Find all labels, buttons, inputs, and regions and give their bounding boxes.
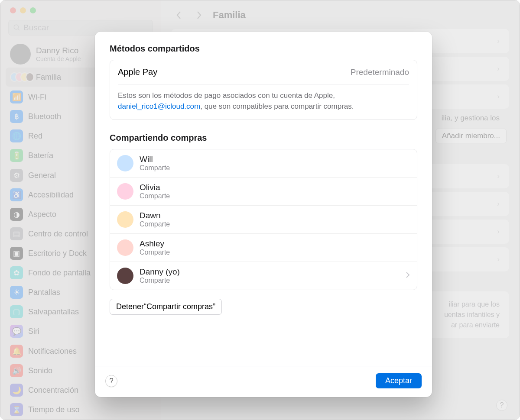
member-status: Comparte: [140, 277, 180, 284]
stop-sharing-button[interactable]: Detener“Compartir compras”: [110, 299, 222, 315]
member-status: Comparte: [140, 192, 170, 200]
payment-method-name: Apple Pay: [118, 67, 157, 77]
member-avatar: [117, 155, 133, 171]
account-email-link[interactable]: daniel_rico1@icloud.com: [118, 102, 200, 110]
settings-window: Buscar Danny Rico Cuenta de Apple Famili…: [0, 0, 520, 420]
member-status: Comparte: [140, 220, 170, 228]
member-name: Ashley: [140, 239, 170, 249]
section-title-methods: Métodos compartidos: [110, 44, 417, 54]
modal-footer: ? Aceptar: [95, 366, 432, 397]
member-name: Will: [140, 155, 170, 164]
member-name: Olivia: [140, 183, 170, 192]
member-avatar: [117, 268, 133, 284]
member-avatar: [117, 239, 133, 256]
purchase-sharing-modal: Métodos compartidos Apple Pay Predetermi…: [95, 32, 432, 397]
member-status: Comparte: [140, 249, 170, 256]
family-member-row: Olivia Comparte: [110, 177, 417, 205]
member-status: Comparte: [140, 164, 170, 172]
help-button[interactable]: ?: [105, 375, 117, 387]
payment-method-description: Estos son los métodos de pago asociados …: [110, 84, 417, 120]
chevron-right-icon: [406, 271, 410, 280]
family-member-row[interactable]: Danny (yo) Comparte: [110, 262, 417, 290]
family-member-row: Ashley Comparte: [110, 233, 417, 262]
payment-methods-card: Apple Pay Predeterminado Estos son los m…: [110, 60, 417, 120]
member-avatar: [117, 211, 133, 228]
family-member-row: Dawn Comparte: [110, 205, 417, 233]
member-name: Dawn: [140, 211, 170, 220]
family-members-card: Will Comparte Olivia Comparte Dawn Compa…: [110, 149, 417, 290]
payment-method-status: Predeterminado: [351, 68, 409, 77]
accept-button[interactable]: Aceptar: [376, 373, 422, 388]
payment-method-row[interactable]: Apple Pay Predeterminado: [110, 60, 417, 84]
member-name: Danny (yo): [140, 267, 180, 277]
section-title-sharing: Compartiendo compras: [110, 133, 417, 143]
family-member-row: Will Comparte: [110, 149, 417, 177]
member-avatar: [117, 183, 133, 200]
